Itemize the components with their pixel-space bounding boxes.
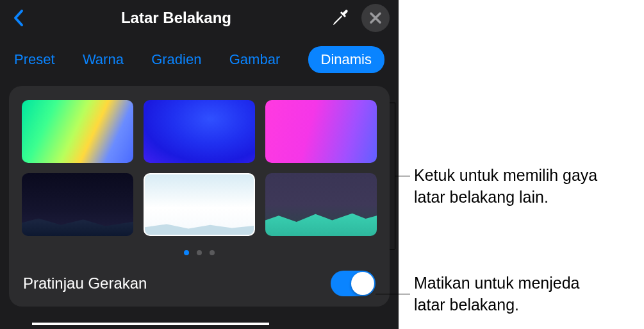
callout-line bbox=[390, 103, 395, 103]
text-underline bbox=[32, 323, 269, 325]
close-button[interactable] bbox=[361, 4, 390, 32]
tab-warna[interactable]: Warna bbox=[83, 51, 124, 68]
callout-line bbox=[395, 176, 410, 176]
tab-gambar[interactable]: Gambar bbox=[229, 51, 280, 68]
motion-preview-label: Pratinjau Gerakan bbox=[23, 274, 147, 292]
close-icon bbox=[369, 12, 382, 24]
background-thumb[interactable] bbox=[265, 100, 377, 163]
callout-text-line: Matikan untuk menjeda bbox=[414, 274, 579, 292]
callout-line bbox=[390, 249, 395, 249]
callout-text-line: Ketuk untuk memilih gaya bbox=[414, 166, 597, 184]
background-thumb[interactable] bbox=[265, 173, 377, 236]
content-card: Pratinjau Gerakan bbox=[9, 86, 390, 307]
category-tabs: Preset Warna Gradien Gambar Dinamis bbox=[0, 38, 399, 86]
panel-header: Latar Belakang bbox=[0, 0, 399, 38]
tab-dinamis[interactable]: Dinamis bbox=[308, 46, 384, 73]
background-grid bbox=[22, 100, 377, 236]
toggle-knob bbox=[351, 272, 374, 295]
background-thumb[interactable] bbox=[22, 100, 133, 163]
motion-preview-row: Pratinjau Gerakan bbox=[22, 271, 377, 296]
background-thumb[interactable] bbox=[144, 173, 255, 236]
callout-toggle-hint: Matikan untuk menjeda latar belakang. bbox=[414, 273, 579, 316]
page-dot[interactable] bbox=[184, 250, 189, 255]
pagination-dots bbox=[22, 250, 377, 255]
callouts: Ketuk untuk memilih gaya latar belakang … bbox=[399, 0, 644, 329]
background-thumb[interactable] bbox=[22, 173, 133, 236]
callout-text-line: latar belakang. bbox=[414, 296, 519, 314]
callout-line bbox=[376, 294, 410, 294]
background-thumb[interactable] bbox=[144, 100, 255, 163]
page-dot[interactable] bbox=[210, 250, 215, 255]
tab-preset[interactable]: Preset bbox=[14, 51, 55, 68]
header-actions bbox=[331, 4, 390, 32]
motion-preview-toggle[interactable] bbox=[331, 271, 376, 296]
page-dot[interactable] bbox=[197, 250, 202, 255]
eyedropper-icon bbox=[331, 9, 349, 27]
callout-text-line: latar belakang lain. bbox=[414, 188, 549, 206]
panel-title: Latar Belakang bbox=[22, 9, 331, 27]
background-panel: Latar Belakang Preset Warna Gradien Gamb… bbox=[0, 0, 399, 329]
callout-thumb-hint: Ketuk untuk memilih gaya latar belakang … bbox=[414, 165, 597, 208]
tab-gradien[interactable]: Gradien bbox=[151, 51, 201, 68]
eyedropper-button[interactable] bbox=[331, 8, 350, 28]
